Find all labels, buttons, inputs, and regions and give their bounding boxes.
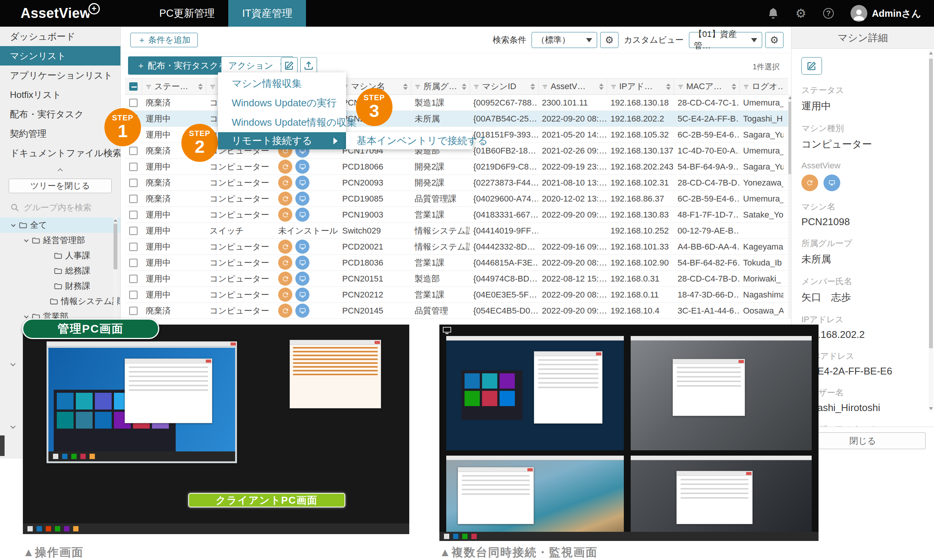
search-condition-select[interactable]: （標準） [532,32,597,48]
collapse-up-icon[interactable] [0,165,120,175]
edit-button[interactable] [281,57,298,74]
row-checkbox[interactable] [129,163,138,171]
tree-close-button[interactable]: ツリーを閉じる [9,179,112,193]
column-header-1[interactable]: ステー… [142,78,206,94]
sort-icons[interactable] [462,83,466,90]
column-header-9[interactable]: MACア… [674,78,739,94]
agent-monitor-icon[interactable] [295,240,309,254]
column-header-6[interactable]: マシンID [469,78,538,94]
agent-refresh-icon[interactable] [278,192,292,206]
tree-item[interactable]: 総務課 [0,263,120,278]
agent-refresh-icon[interactable] [278,304,292,318]
sort-icons[interactable] [666,83,671,90]
submenu-item-basic-inventory[interactable]: 基本インベントリで接続する [346,132,473,149]
agent-monitor-icon[interactable] [295,208,309,222]
row-checkbox[interactable] [129,307,138,315]
row-checkbox[interactable] [129,243,138,251]
filter-icon[interactable] [146,82,151,91]
filter-icon[interactable] [415,82,420,91]
table-row[interactable]: 運用中コンピューターPCD18066開発2課{0219D6F9-C8…2022-… [125,159,788,175]
menu-item-0[interactable]: マシン情報収集 [218,74,346,93]
agent-refresh-icon[interactable] [278,240,292,254]
filter-icon[interactable] [611,82,616,91]
row-checkbox[interactable] [129,211,138,219]
tree-item[interactable]: 全て [0,218,120,233]
filter-icon[interactable] [678,82,683,91]
machine-edit-button[interactable] [801,57,822,75]
sidebar-item-2[interactable]: アプリケーションリスト [0,66,120,85]
sidebar-item-5[interactable]: 契約管理 [0,124,120,143]
sort-icons[interactable] [599,83,604,90]
row-checkbox[interactable] [129,291,138,299]
agent-monitor-icon[interactable] [295,304,309,318]
help-icon[interactable]: ? [823,8,834,19]
sidebar-item-1[interactable]: マシンリスト [0,46,120,66]
tree-item[interactable]: 人事課 [0,248,120,263]
row-checkbox[interactable] [129,147,138,155]
sidebar-item-6[interactable]: ドキュメントファイル検索 [0,143,120,163]
menu-item-1[interactable]: Windows Updateの実行 [218,93,346,113]
filter-icon[interactable] [743,82,749,91]
filter-icon[interactable] [542,82,548,91]
tab-1[interactable]: IT資産管理 [228,0,306,27]
menu-item-remote-connect[interactable]: リモート接続する [218,132,346,149]
agent-refresh-icon[interactable] [278,272,292,286]
table-row[interactable]: 運用中コンピューターPCN20151製造部{044974C8-BD…2022-0… [125,271,788,287]
sidebar-item-4[interactable]: 配布・実行タスク [0,104,120,124]
menu-item-2[interactable]: Windows Update情報の収集 [218,113,346,132]
add-condition-button[interactable]: ＋ 条件を追加 [130,33,198,47]
search-condition-gear-button[interactable]: ⚙ [600,32,618,48]
page-scrollbar[interactable] [0,435,5,456]
select-all-checkbox[interactable] [129,82,138,91]
table-row[interactable]: 運用中コンピューターPCD20021情報システム課{04442332-8D…20… [125,239,788,255]
agent-refresh-icon[interactable] [278,208,292,222]
user-menu[interactable]: Adminさん [851,5,921,22]
table-row[interactable]: 廃棄済コンピューターPCN20093開発2課{02273873-F44…2021… [125,175,788,191]
agent-monitor-icon[interactable] [295,176,309,190]
row-checkbox[interactable] [129,195,138,203]
tree-item[interactable]: 財務課 [0,278,120,294]
agent-monitor-icon[interactable] [295,272,309,286]
sort-icons[interactable] [403,83,408,90]
custom-view-select[interactable]: 【01】資産管… [689,32,762,48]
filter-icon[interactable] [210,82,215,91]
sidebar-item-3[interactable]: Hotfixリスト [0,85,120,104]
table-row[interactable]: 廃棄済コンピューターPCD19085品質管理課{04029600-A74…202… [125,191,788,207]
table-row[interactable]: 運用中コンピューターPCN19003営業1課{04183331-667…2022… [125,207,788,223]
group-search[interactable]: グループ内を検索 [0,200,120,215]
row-checkbox[interactable] [129,227,138,235]
tree-item[interactable]: 情報システム課 [0,294,120,309]
column-header-8[interactable]: IPアド… [607,78,674,94]
column-header-5[interactable]: 所属グ… [411,78,469,94]
sidebar-item-0[interactable]: ダッシュボード [0,27,120,46]
agent-refresh-icon[interactable] [278,160,292,174]
row-checkbox[interactable] [129,99,138,107]
sort-icons[interactable] [530,83,535,90]
custom-view-gear-button[interactable]: ⚙ [765,32,783,48]
row-checkbox[interactable] [129,179,138,187]
column-header-0[interactable] [125,78,142,94]
column-header-10[interactable]: ログオ… [739,78,783,94]
agent-monitor-icon[interactable] [295,256,309,270]
tree-scrollbar[interactable] [114,218,117,336]
agent-refresh-icon[interactable] [278,256,292,270]
agent-monitor-icon[interactable] [295,160,309,174]
agent-monitor-icon[interactable] [295,192,309,206]
tree-item[interactable]: 経営管理部 [0,233,120,248]
column-header-7[interactable]: AssetV… [538,78,607,94]
table-row[interactable]: 運用中スイッチ未インストールSwitch029情報システム課{04414019-… [125,223,788,239]
chevron-down-icon[interactable] [10,361,16,368]
detail-scrollbar[interactable] [929,50,933,411]
upload-button[interactable] [300,57,317,74]
agent-refresh-icon[interactable] [278,288,292,302]
tab-0[interactable]: PC更新管理 [146,0,229,27]
row-checkbox[interactable] [129,259,138,267]
table-row[interactable]: 廃棄済コンピューターPCN20145品質管理{054EC4B5-D0…2022-… [125,303,788,319]
filter-icon[interactable] [474,82,479,91]
notification-bell-icon[interactable] [768,8,779,19]
settings-gear-icon[interactable]: ⚙ [795,7,806,19]
close-button[interactable]: 閉じる [800,432,926,449]
table-row[interactable]: 運用中コンピューターPCN20212営業1課{04E0E3E5-5F…2022-… [125,287,788,303]
sort-icons[interactable] [732,83,736,90]
sort-icons[interactable] [198,83,203,90]
